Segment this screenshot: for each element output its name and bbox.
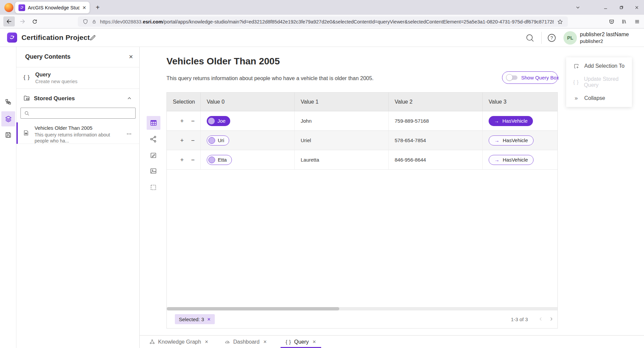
show-query-box-toggle[interactable]: Show Query Box (502, 71, 558, 84)
app-logo (7, 33, 17, 43)
chevron-up-icon[interactable] (127, 96, 132, 101)
stored-queries-title: Stored Queries (34, 95, 75, 102)
cell-value: 846-956-8644 (389, 150, 483, 169)
new-tab-button[interactable]: + (93, 3, 102, 12)
braces-icon: { } (286, 339, 291, 345)
add-to-selection-icon[interactable]: + (180, 157, 184, 163)
help-icon[interactable]: ? (547, 33, 556, 43)
next-page-icon[interactable] (549, 316, 554, 322)
back-button[interactable] (3, 16, 15, 26)
cell-value: John (295, 111, 389, 130)
stored-queries-search[interactable] (20, 108, 136, 119)
browser-tab[interactable]: ArcGIS Knowledge Studio ✕ (15, 2, 90, 13)
add-selection-icon (573, 63, 580, 69)
braces-icon: { } (23, 74, 30, 81)
tracking-shield-icon[interactable] (83, 19, 88, 24)
relationship-pill[interactable]: →HasVehicle (489, 135, 534, 146)
folder-icon (23, 95, 30, 102)
tab-close-icon[interactable]: ✕ (263, 339, 267, 344)
selected-count-chip[interactable]: Selected: 3 ✕ (175, 314, 215, 324)
window-close-button[interactable] (633, 4, 641, 11)
tab-close-icon[interactable]: ✕ (205, 339, 208, 344)
list-tabs-icon[interactable] (574, 4, 582, 11)
tab-close-icon[interactable]: ✕ (312, 339, 316, 344)
menu-item-add-selection-to[interactable]: Add Selection To (566, 58, 632, 74)
table-row: + − Joe John 759-889-57168 →HasVehicle (167, 111, 557, 131)
horizontal-scrollbar[interactable] (167, 307, 557, 310)
library-icon[interactable] (619, 16, 629, 26)
window-minimize-button[interactable] (601, 4, 609, 11)
remove-from-selection-icon[interactable]: − (191, 118, 195, 124)
browser-nav-bar: https://dev0028833.esri.com/portal/apps/… (0, 15, 644, 28)
column-header: Value 3 (483, 93, 557, 111)
url-bar[interactable]: https://dev0028833.esri.com/portal/apps/… (78, 16, 568, 27)
data-model-icon[interactable] (5, 99, 12, 106)
lock-icon[interactable] (92, 19, 97, 24)
menu-item-update-stored-query[interactable]: { } Update Stored Query (566, 74, 632, 90)
link-chart-icon[interactable] (150, 135, 157, 143)
select-region-icon[interactable] (150, 184, 157, 191)
entity-pill[interactable]: Joe (207, 116, 230, 126)
entity-pill[interactable]: Etta (207, 155, 232, 165)
result-description: This query returns information about peo… (166, 75, 374, 81)
layers-icon[interactable] (1, 111, 15, 126)
url-text: https://dev0028833.esri.com/portal/apps/… (100, 19, 554, 24)
save-icon[interactable] (5, 131, 12, 138)
table-view-icon[interactable] (147, 116, 160, 130)
item-options-icon[interactable] (126, 131, 132, 137)
entity-pill[interactable]: Uri (207, 135, 229, 146)
edit-title-icon[interactable] (89, 34, 96, 41)
toggle-label: Show Query Box (521, 75, 559, 80)
cell-value: 578-654-7854 (389, 131, 483, 150)
window-restore-button[interactable] (617, 4, 625, 11)
dashboard-icon (225, 339, 230, 345)
knowledge-graph-icon (149, 339, 155, 345)
query-contents-panel: Query Contents ✕ { } Query Create new qu… (16, 47, 140, 348)
map-image-icon[interactable] (150, 167, 157, 175)
column-header: Value 2 (389, 93, 483, 111)
relationship-arrow-icon: → (494, 137, 499, 143)
relationship-pill[interactable]: →HasVehicle (489, 116, 533, 126)
remove-from-selection-icon[interactable]: − (191, 137, 195, 143)
user-name: publisher2 lastName (580, 31, 629, 38)
search-icon[interactable] (525, 33, 535, 43)
relationship-arrow-icon: → (494, 118, 499, 124)
menu-icon[interactable] (632, 16, 642, 26)
stored-query-item[interactable]: Vehicles Older Than 2005 This query retu… (16, 122, 139, 144)
search-input[interactable] (32, 111, 132, 116)
toggle-switch[interactable] (507, 75, 517, 80)
panel-close-icon[interactable]: ✕ (129, 54, 133, 60)
relationship-arrow-icon: → (494, 157, 499, 163)
search-input-icon (24, 111, 30, 116)
pocket-icon[interactable] (607, 16, 616, 26)
stored-query-title: Vehicles Older Than 2005 (35, 125, 92, 131)
tab-query[interactable]: { } Query ✕ (281, 336, 321, 348)
scrollbar-thumb[interactable] (167, 307, 339, 310)
forward-button[interactable] (17, 16, 28, 26)
bookmark-star-icon[interactable] (557, 19, 563, 25)
project-title: Certification Project (21, 34, 90, 42)
clear-selection-icon[interactable]: ✕ (207, 317, 211, 322)
selected-count-label: Selected: 3 (179, 316, 204, 322)
tab-dashboard[interactable]: Dashboard ✕ (219, 336, 272, 348)
prev-page-icon[interactable] (538, 316, 543, 322)
tab-close-icon[interactable]: ✕ (82, 5, 86, 10)
arcgis-favicon-icon (18, 4, 25, 11)
avatar[interactable]: PL (563, 31, 577, 45)
add-to-selection-icon[interactable]: + (180, 137, 184, 143)
stored-queries-header[interactable]: Stored Queries (16, 93, 139, 105)
remove-from-selection-icon[interactable]: − (191, 157, 195, 163)
content-tab-bar: Knowledge Graph ✕ Dashboard ✕ { } Query … (140, 335, 644, 348)
reload-button[interactable] (29, 16, 40, 26)
relationship-pill[interactable]: →HasVehicle (489, 155, 534, 165)
firefox-icon[interactable] (4, 3, 13, 12)
collapse-icon: » (573, 95, 580, 102)
edit-note-icon[interactable] (150, 152, 157, 159)
menu-item-collapse[interactable]: » Collapse (566, 90, 632, 106)
tab-knowledge-graph[interactable]: Knowledge Graph ✕ (144, 336, 213, 348)
query-item[interactable]: { } Query Create new queries (16, 67, 139, 89)
cell-value: Uriel (295, 131, 389, 150)
cell-value: Lauretta (295, 150, 389, 169)
pagination-range: 1-3 of 3 (511, 316, 528, 322)
add-to-selection-icon[interactable]: + (180, 118, 184, 124)
